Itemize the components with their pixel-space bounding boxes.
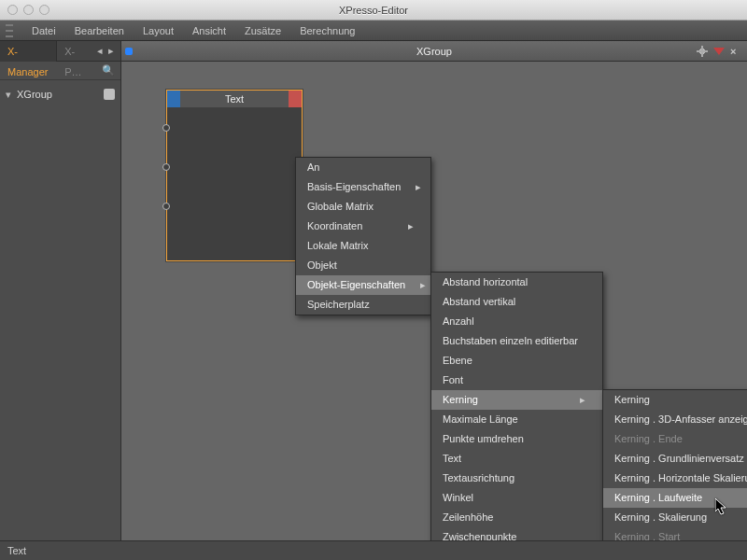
search-icon[interactable]: 🔍 (102, 64, 115, 77)
ctx-item[interactable]: Winkel (431, 488, 602, 508)
context-menu-level1: An Basis-Eigenschaften▸ Globale Matrix K… (295, 157, 431, 315)
ctx-label: Abstand horizontal (443, 273, 528, 292)
ctx-label: Basis-Eigenschaften (307, 177, 401, 197)
editor-header-title: XGroup (121, 46, 747, 57)
content: X-Manager X-P… ◂ ▸ 🔍 ▾ XGroup XGroup (0, 41, 747, 560)
submenu-arrow-icon: ▸ (416, 177, 421, 197)
tab-x-pool[interactable]: X-P… (57, 41, 94, 62)
ctx-item[interactable]: An (296, 158, 430, 177)
ctx-label: Lokale Matrix (307, 236, 368, 256)
ctx-label: Kerning . Grundlinienversatz (614, 449, 744, 469)
ctx-label: Koordinaten (307, 217, 362, 236)
zoom-window-button[interactable] (39, 5, 49, 15)
ctx-item[interactable]: Buchstaben einzeln editierbar (431, 331, 602, 351)
ctx-item[interactable]: Basis-Eigenschaften▸ (296, 177, 430, 197)
window-title: XPresso-Editor (0, 5, 747, 16)
menu-bearbeiten[interactable]: Bearbeiten (65, 21, 134, 41)
menu-layout[interactable]: Layout (134, 21, 183, 41)
move-icon[interactable] (697, 46, 708, 57)
ctx-label: Zeilenhöhe (443, 508, 493, 527)
ctx-label: Kerning . 3D-Anfasser anzeigen (614, 410, 747, 429)
ctx-item[interactable]: Globale Matrix (296, 197, 430, 217)
ctx-item[interactable]: Maximale Länge (431, 410, 602, 429)
node-title: Text (180, 91, 289, 107)
editor-canvas[interactable]: Text An Basis-Eigenschaften▸ Globale Mat… (121, 62, 747, 560)
menu-ansicht[interactable]: Ansicht (183, 21, 235, 41)
ctx-label: Textausrichtung (443, 469, 514, 488)
ctx-label: Kerning . Laufweite (614, 488, 702, 508)
context-menu-level2: Abstand horizontal Abstand vertikal Anza… (430, 272, 603, 548)
ctx-item[interactable]: Kerning . 3D-Anfasser anzeigen (603, 410, 747, 429)
submenu-arrow-icon: ▸ (420, 275, 426, 295)
node-header[interactable]: Text (167, 91, 302, 107)
tree-toggle-icon[interactable]: ▾ (6, 89, 13, 101)
ctx-item[interactable]: Koordinaten▸ (296, 217, 430, 236)
node-input-header[interactable] (167, 91, 180, 107)
node-input-port[interactable] (162, 124, 170, 132)
ctx-label: Buchstaben einzeln editierbar (443, 331, 578, 351)
ctx-item[interactable]: Font (431, 371, 602, 390)
ctx-label: Anzahl (443, 312, 474, 331)
sidebar-tab-scroll: ◂ ▸ (94, 45, 120, 58)
sidebar-search-row: 🔍 (0, 62, 120, 80)
ctx-item[interactable]: Speicherplatz (296, 295, 430, 315)
menubar-grip-icon (6, 24, 13, 37)
ctx-label: Maximale Länge (443, 410, 518, 429)
ctx-label: Ebene (443, 351, 472, 371)
ctx-item[interactable]: Kerning (603, 390, 747, 410)
context-menu-level3: Kerning Kerning . 3D-Anfasser anzeigen K… (602, 389, 747, 560)
ctx-item-selected[interactable]: Kerning▸ (431, 390, 602, 410)
ctx-label: Speicherplatz (307, 295, 370, 315)
tab-scroll-right-icon[interactable]: ▸ (106, 45, 117, 58)
ctx-item[interactable]: Objekt (296, 256, 430, 275)
ctx-item[interactable]: Kerning . Skalierung (603, 508, 747, 527)
ctx-label: Kerning (614, 390, 650, 410)
titlebar: XPresso-Editor (0, 0, 747, 21)
close-window-button[interactable] (7, 5, 18, 15)
ctx-item[interactable]: Ebene (431, 351, 602, 371)
ctx-label: Objekt (307, 256, 337, 275)
ctx-label: Globale Matrix (307, 197, 374, 217)
tree-item-label: XGroup (17, 89, 52, 100)
sidebar-tabs: X-Manager X-P… ◂ ▸ (0, 41, 120, 62)
menu-zusaetze[interactable]: Zusätze (235, 21, 290, 41)
tree-item-icon (104, 89, 115, 100)
ctx-item[interactable]: Textausrichtung (431, 469, 602, 488)
ctx-item[interactable]: Lokale Matrix (296, 236, 430, 256)
ctx-item[interactable]: Kerning . Horizontale Skalierung (603, 469, 747, 488)
tab-scroll-left-icon[interactable]: ◂ (94, 45, 106, 58)
ctx-label: Kerning (443, 390, 478, 410)
node-text[interactable]: Text (166, 90, 303, 261)
menu-datei[interactable]: Datei (22, 21, 65, 41)
dropdown-icon[interactable] (713, 48, 725, 55)
node-input-port[interactable] (162, 163, 170, 171)
ctx-item[interactable]: Punkte umdrehen (431, 429, 602, 449)
ctx-label: Winkel (443, 488, 473, 508)
ctx-label: Kerning . Ende (614, 429, 683, 449)
ctx-label: Text (443, 449, 461, 469)
ctx-label: Font (443, 371, 463, 390)
minimize-window-button[interactable] (23, 5, 34, 15)
ctx-item[interactable]: Abstand vertikal (431, 292, 602, 312)
tree-item-xgroup[interactable]: ▾ XGroup (6, 86, 115, 103)
ctx-item-selected[interactable]: Kerning . Laufweite (603, 488, 747, 508)
ctx-label: Punkte umdrehen (443, 429, 524, 449)
ctx-item[interactable]: Text (431, 449, 602, 469)
ctx-item[interactable]: Abstand horizontal (431, 273, 602, 292)
ctx-item-selected[interactable]: Objekt-Eigenschaften▸ (296, 275, 430, 295)
menubar: Datei Bearbeiten Layout Ansicht Zusätze … (0, 21, 747, 41)
main: XGroup × Text (121, 41, 747, 560)
ctx-item[interactable]: Anzahl (431, 312, 602, 331)
ctx-label: An (307, 158, 319, 177)
menu-berechnung[interactable]: Berechnung (290, 21, 364, 41)
node-body (167, 107, 302, 260)
close-icon[interactable]: × (730, 46, 741, 57)
ctx-item[interactable]: Kerning . Grundlinienversatz (603, 449, 747, 469)
ctx-label: Kerning . Skalierung (614, 508, 707, 527)
sidebar-tree: ▾ XGroup (0, 80, 120, 108)
ctx-item[interactable]: Zeilenhöhe (431, 508, 602, 527)
tab-x-manager[interactable]: X-Manager (0, 41, 57, 62)
status-text: Text (7, 545, 26, 556)
node-output-header[interactable] (289, 91, 302, 107)
node-input-port[interactable] (162, 203, 170, 210)
